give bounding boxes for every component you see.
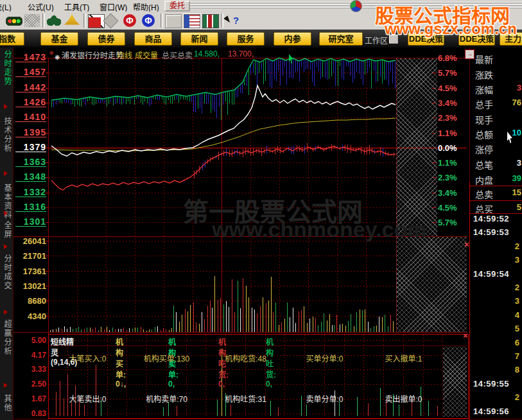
price-axis-label: 1442 bbox=[15, 83, 46, 92]
percent-axis-label: 2.3% bbox=[438, 113, 457, 123]
tab-news[interactable]: 新闻 bbox=[180, 32, 218, 46]
menu-item-window[interactable]: 窗口(W) bbox=[100, 1, 127, 12]
tab-index[interactable]: 指数 bbox=[0, 32, 24, 46]
signal-bar bbox=[399, 405, 399, 416]
tick-row-9: 6 bbox=[473, 338, 519, 347]
menu-item-formula[interactable]: 公式(U) bbox=[28, 1, 54, 12]
bottom-cell-r2c2: 机构吐货:31 bbox=[206, 393, 285, 404]
panel-divider bbox=[470, 186, 522, 186]
tick-row-8: 5 bbox=[473, 324, 519, 333]
flower-red-icon: ✳ bbox=[49, 49, 54, 57]
quote-label-2: 涨幅 bbox=[475, 83, 493, 96]
sidebar-item-6[interactable]: 其他 bbox=[2, 394, 13, 412]
percent-axis-label: 1.1% bbox=[438, 128, 457, 138]
price-axis-label: 1379 bbox=[15, 143, 46, 152]
tab-internal[interactable]: 内参 bbox=[274, 32, 311, 46]
close-volume-pane-icon[interactable]: × bbox=[464, 241, 469, 248]
panel-divider bbox=[470, 200, 522, 201]
tick-row-0: 14:59:52 bbox=[473, 214, 509, 223]
quote-panel[interactable]: 最新涨跌涨幅3总手76现手总额10涨停总笔3内盘39总卖15总买514:59:5… bbox=[470, 48, 522, 420]
signal-bar bbox=[306, 405, 307, 416]
tick-row-13: 2 bbox=[473, 392, 519, 402]
quote-label-9: 总卖 bbox=[475, 188, 493, 200]
left-sidebar: 分时走势技术分析基本资料全屏分时成交超赢分析其他 bbox=[0, 48, 13, 420]
price-axis-label: 1301 bbox=[15, 217, 46, 227]
tick-row-1: 14:59:53 bbox=[473, 227, 509, 237]
sidebar-item-0[interactable]: 分时走势 bbox=[2, 50, 13, 86]
quote-value-9: 15 bbox=[512, 188, 521, 197]
quote-label-7: 总笔 bbox=[475, 158, 493, 171]
price-axis-label: 1332 bbox=[15, 188, 46, 197]
tick-row-10: 7 bbox=[473, 351, 519, 361]
chart-plot-area[interactable] bbox=[48, 58, 396, 333]
grid-icon[interactable] bbox=[24, 14, 40, 27]
percent-axis-label: 4.5% bbox=[438, 203, 457, 213]
percent-axis-label: 1.1% bbox=[438, 158, 457, 168]
quote-label-0: 最新 bbox=[475, 53, 493, 66]
price-axis-label: 1457 bbox=[15, 67, 46, 77]
toolbar-separator bbox=[221, 13, 223, 28]
tab-funds[interactable]: 基金 bbox=[40, 32, 78, 46]
chart-flag-icon[interactable] bbox=[88, 14, 105, 28]
help-cursor-icon[interactable] bbox=[225, 14, 241, 27]
percent-axis-label: 5.7% bbox=[438, 218, 457, 227]
price-axis-label: 1473 bbox=[15, 53, 46, 62]
quote-label-8: 内盘 bbox=[475, 173, 493, 186]
panel-arrow-button[interactable]: → bbox=[465, 49, 474, 59]
tab-commodity[interactable]: 商品 bbox=[134, 32, 172, 46]
diamond-icon[interactable] bbox=[103, 13, 118, 28]
signal-bar bbox=[177, 406, 177, 416]
toolbar-separator bbox=[83, 13, 86, 28]
sidebar-item-5[interactable]: 超赢分析 bbox=[2, 320, 13, 356]
sidebar-item-1[interactable]: 技术分析 bbox=[2, 117, 13, 153]
menu-item-system[interactable]: 统(L) bbox=[0, 1, 12, 12]
signal-bar bbox=[84, 405, 85, 416]
quote-label-4: 现手 bbox=[475, 113, 493, 126]
brand-watermark-url: www.gszx.com.cn bbox=[385, 20, 517, 38]
traffic-light-icon[interactable] bbox=[6, 17, 22, 26]
grid-hline bbox=[0, 419, 522, 419]
percent-axis-label: 0.0% bbox=[438, 143, 457, 153]
app-window: 统(L) 公式(U) 工具(T) 窗口(W) 帮助(H) 委托 指数 基金 债券… bbox=[0, 0, 522, 420]
tick-row-2: 2 bbox=[473, 241, 519, 251]
quote-value-7: 3 bbox=[517, 158, 521, 168]
bottom-cell-r1c0: 大笔买入:0 bbox=[48, 353, 127, 363]
menu-item-help[interactable]: 帮助(H) bbox=[133, 1, 159, 12]
quote-value-10: 5 bbox=[517, 202, 521, 212]
percent-axis-label: 3.4% bbox=[438, 188, 457, 198]
quote-value-5: 10 bbox=[512, 128, 521, 137]
tick-row-7: 4 bbox=[473, 310, 519, 320]
signal-bar bbox=[71, 402, 72, 416]
panel-icon[interactable] bbox=[184, 14, 200, 28]
price-axis-label: 1316 bbox=[15, 202, 46, 212]
bottom-cell-r1c2: 机构吃货:48 bbox=[206, 353, 285, 363]
binoculars-icon[interactable] bbox=[46, 14, 62, 27]
sidebar-arrow-icon bbox=[4, 171, 8, 176]
tick-row-4: 14:59:54 bbox=[473, 269, 509, 279]
close-bottom-pane-icon[interactable]: × bbox=[463, 333, 468, 339]
bottom-axis-label: 0.83 bbox=[24, 409, 46, 418]
clipboard-icon[interactable] bbox=[165, 14, 182, 28]
quote-label-5: 总额 bbox=[475, 128, 493, 141]
phi-blue-icon[interactable] bbox=[142, 14, 155, 27]
menu-item-tools[interactable]: 工具(T) bbox=[64, 1, 89, 12]
sidebar-arrow-icon bbox=[4, 244, 8, 249]
quote-label-3: 总手 bbox=[475, 98, 493, 110]
bell-icon[interactable] bbox=[64, 14, 80, 27]
sidebar-arrow-icon bbox=[4, 211, 8, 216]
price-axis-label: 1348 bbox=[15, 172, 46, 182]
tab-research[interactable]: 研究室 bbox=[319, 32, 363, 46]
tab-bonds[interactable]: 债券 bbox=[87, 32, 125, 46]
tab-service[interactable]: 服务 bbox=[227, 32, 265, 46]
books-icon[interactable] bbox=[202, 14, 219, 28]
tick-row-6: 3 bbox=[473, 296, 519, 306]
quote-label-6: 涨停 bbox=[475, 143, 493, 155]
price-axis-label: 1363 bbox=[15, 157, 46, 167]
entrust-button[interactable]: 委托 bbox=[164, 1, 190, 12]
signal-bar bbox=[437, 406, 438, 416]
bottom-axis-label: 2.50 bbox=[24, 380, 46, 389]
sidebar-arrow-icon bbox=[4, 383, 8, 388]
bottom-axis-label: 1.67 bbox=[24, 394, 46, 403]
phi-red-icon[interactable] bbox=[123, 14, 136, 27]
percent-axis-label: 3.4% bbox=[438, 98, 457, 108]
